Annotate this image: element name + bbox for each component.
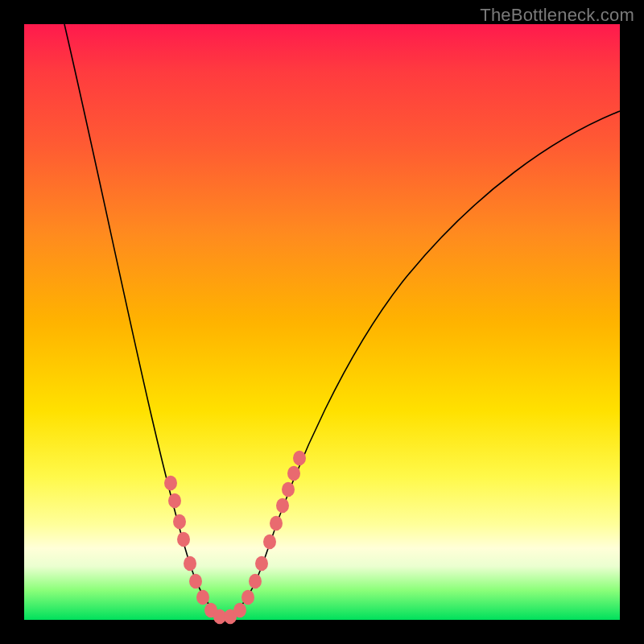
data-marker: [233, 603, 246, 617]
data-marker: [255, 556, 268, 571]
data-marker: [249, 574, 262, 588]
data-marker: [242, 590, 254, 605]
plot-area: [24, 24, 620, 620]
data-marker: [196, 590, 209, 605]
chart-frame: TheBottleneck.com: [0, 0, 644, 644]
watermark-text: TheBottleneck.com: [480, 5, 634, 26]
data-marker: [184, 556, 196, 571]
bottleneck-curve: [64, 24, 620, 617]
data-marker: [287, 466, 300, 481]
data-marker: [164, 476, 177, 490]
chart-svg: [24, 24, 620, 620]
data-marker: [189, 574, 202, 588]
data-marker: [270, 516, 283, 530]
data-marker: [173, 514, 186, 529]
data-marker: [276, 498, 289, 513]
data-marker: [293, 451, 306, 465]
data-marker: [177, 532, 190, 547]
data-marker: [168, 493, 181, 508]
data-marker: [282, 482, 295, 497]
markers-group: [164, 451, 306, 624]
data-marker: [263, 535, 276, 549]
